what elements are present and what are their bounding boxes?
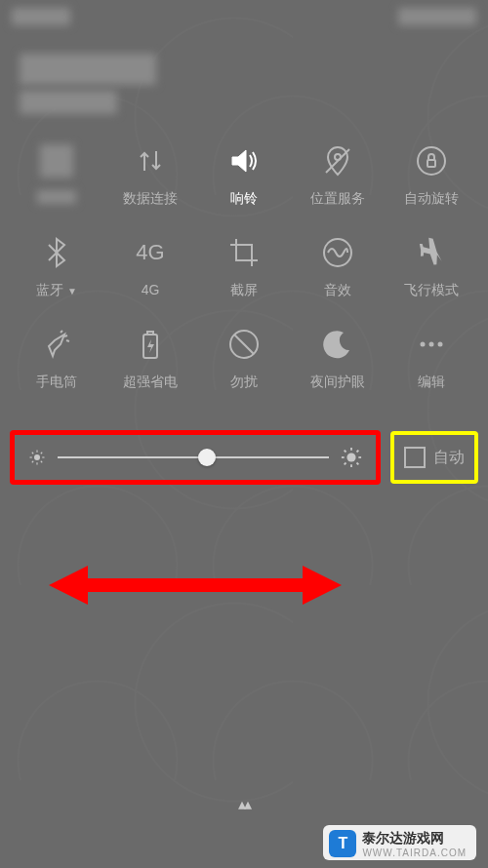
red-double-arrow-annotation bbox=[49, 556, 342, 614]
updown-icon bbox=[133, 143, 168, 178]
lock-circle-icon bbox=[414, 143, 449, 178]
tile-wlan[interactable] bbox=[10, 143, 103, 208]
svg-marker-32 bbox=[303, 566, 342, 605]
auto-brightness-checkbox[interactable] bbox=[404, 447, 426, 468]
bluetooth-icon bbox=[39, 235, 74, 270]
tile-data[interactable]: 数据连接 bbox=[103, 143, 197, 208]
svg-point-12 bbox=[34, 454, 40, 460]
airplane-icon bbox=[414, 235, 449, 270]
audio-effect-icon bbox=[320, 235, 355, 270]
tile-edit[interactable]: 编辑 bbox=[385, 327, 478, 391]
svg-line-29 bbox=[357, 451, 359, 453]
status-left-pixelated bbox=[12, 8, 70, 25]
brightness-slider[interactable] bbox=[58, 456, 329, 458]
svg-point-21 bbox=[346, 453, 355, 461]
tile-screenshot[interactable]: 截屏 bbox=[197, 235, 291, 299]
flashlight-icon bbox=[39, 327, 74, 362]
svg-point-11 bbox=[438, 342, 443, 347]
svg-rect-3 bbox=[427, 160, 435, 167]
svg-line-27 bbox=[357, 463, 359, 465]
svg-point-9 bbox=[421, 342, 426, 347]
svg-line-17 bbox=[32, 453, 34, 454]
brand-name: 泰尔达游戏网 bbox=[362, 830, 444, 846]
tile-airplane-label: 飞行模式 bbox=[404, 282, 459, 299]
svg-line-28 bbox=[345, 463, 346, 465]
4g-icon: 4G bbox=[133, 235, 168, 270]
status-bar bbox=[0, 0, 488, 34]
date-area bbox=[0, 34, 488, 143]
svg-point-10 bbox=[429, 342, 434, 347]
tile-audio[interactable]: 音效 bbox=[291, 235, 385, 299]
tile-flashlight[interactable]: 手电筒 bbox=[10, 327, 103, 391]
tile-night-label: 夜间护眼 bbox=[310, 374, 365, 391]
dots-icon bbox=[414, 327, 449, 362]
brightness-slider-container bbox=[10, 430, 381, 485]
battery-charge-icon bbox=[133, 327, 168, 362]
tile-rotate[interactable]: 自动旋转 bbox=[385, 143, 478, 208]
date-line2-pixelated bbox=[20, 91, 117, 114]
drag-handle-icon[interactable]: ▴▴ bbox=[238, 795, 250, 813]
moon-icon bbox=[320, 327, 355, 362]
svg-line-8 bbox=[234, 335, 254, 354]
status-right-pixelated bbox=[398, 8, 476, 25]
tile-bluetooth-label: 蓝牙▼ bbox=[36, 282, 77, 299]
tile-screenshot-label: 截屏 bbox=[230, 282, 258, 299]
tile-sound-label: 响铃 bbox=[230, 190, 258, 208]
sun-min-icon bbox=[28, 449, 46, 466]
svg-line-20 bbox=[41, 453, 43, 454]
quick-settings-grid: 数据连接 响铃 位置服务 自 bbox=[0, 143, 488, 391]
wlan-icon bbox=[39, 143, 74, 178]
brand-sub: WWW.TAIRDA.COM bbox=[362, 848, 467, 858]
sun-max-icon bbox=[341, 447, 362, 468]
brightness-slider-thumb[interactable] bbox=[198, 449, 216, 466]
tile-4g[interactable]: 4G 4G bbox=[103, 235, 197, 299]
tile-powersave[interactable]: 超强省电 bbox=[103, 327, 197, 391]
tile-flashlight-label: 手电筒 bbox=[36, 374, 77, 391]
tile-sound[interactable]: 响铃 bbox=[197, 143, 291, 208]
brand-badge-icon: T bbox=[329, 830, 356, 857]
tile-4g-label: 4G bbox=[142, 282, 160, 297]
auto-brightness-container[interactable]: 自动 bbox=[390, 431, 478, 484]
dnd-circle-icon bbox=[226, 327, 262, 362]
tile-bluetooth[interactable]: 蓝牙▼ bbox=[10, 235, 103, 299]
brightness-row: 自动 bbox=[0, 430, 488, 485]
location-off-icon bbox=[320, 143, 355, 178]
auto-brightness-label: 自动 bbox=[433, 448, 465, 468]
date-line1-pixelated bbox=[20, 54, 156, 85]
tile-powersave-label: 超强省电 bbox=[123, 374, 178, 391]
tile-dnd-label: 勿扰 bbox=[230, 374, 258, 391]
speaker-icon bbox=[226, 143, 262, 178]
svg-line-18 bbox=[41, 461, 43, 463]
watermark: T 泰尔达游戏网 WWW.TAIRDA.COM bbox=[0, 817, 488, 868]
tile-rotate-label: 自动旋转 bbox=[404, 190, 459, 208]
tile-airplane[interactable]: 飞行模式 bbox=[385, 235, 478, 299]
tile-audio-label: 音效 bbox=[324, 282, 351, 299]
svg-marker-31 bbox=[49, 566, 88, 605]
chevron-down-icon: ▼ bbox=[67, 286, 77, 296]
tile-location[interactable]: 位置服务 bbox=[291, 143, 385, 208]
tile-night[interactable]: 夜间护眼 bbox=[291, 327, 385, 391]
bluetooth-text: 蓝牙 bbox=[36, 282, 63, 297]
crop-icon bbox=[226, 235, 262, 270]
tile-edit-label: 编辑 bbox=[418, 374, 445, 391]
tile-data-label: 数据连接 bbox=[123, 190, 178, 208]
svg-line-26 bbox=[345, 451, 346, 453]
svg-rect-6 bbox=[147, 332, 153, 335]
tile-dnd[interactable]: 勿扰 bbox=[197, 327, 291, 391]
wlan-label-pixelated bbox=[37, 190, 76, 204]
tile-location-label: 位置服务 bbox=[310, 190, 365, 208]
svg-line-19 bbox=[32, 461, 34, 463]
